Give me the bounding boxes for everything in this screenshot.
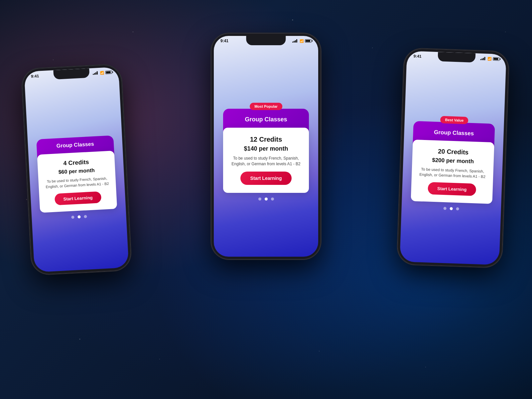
- phone-center-time: 9:41: [220, 39, 228, 43]
- phone-left-card-body: 4 Credits $60 per month To be used to st…: [37, 151, 117, 213]
- phone-right-description: To be used to study French, Spanish, Eng…: [417, 166, 488, 180]
- phone-left-credits: 4 Credits: [43, 158, 110, 168]
- dot-3: [84, 215, 87, 218]
- phone-right-badge: Best Value: [440, 116, 468, 124]
- phones-container: 9:41 📶 Gr: [0, 0, 532, 399]
- phone-center-card-title: Group Classes: [245, 116, 287, 123]
- phone-center-price: $140 per month: [229, 145, 303, 152]
- phone-right-status-icons: 📶: [480, 57, 499, 61]
- phone-left-price: $60 per month: [43, 167, 110, 176]
- dot-3: [456, 207, 459, 210]
- phone-center-description: To be used to study French, Spanish, Eng…: [229, 156, 303, 167]
- signal-icon: [93, 71, 98, 75]
- dot-1: [71, 215, 74, 218]
- phone-center-card-wrapper: Most Popular Group Classes 12 Credits $1…: [223, 109, 309, 193]
- phone-center-screen: 9:41 📶 Most Popular: [214, 36, 318, 257]
- phone-center-dots: [258, 198, 274, 200]
- phone-left: 9:41 📶 Gr: [21, 64, 132, 275]
- phone-right-start-button[interactable]: Start Learning: [428, 182, 476, 196]
- phone-center-content: Most Popular Group Classes 12 Credits $1…: [214, 53, 318, 257]
- phone-left-dots: [71, 215, 87, 218]
- phone-left-content: Group Classes 4 Credits $60 per month To…: [25, 83, 129, 272]
- dot-2: [77, 215, 80, 218]
- phone-left-time: 9:41: [31, 74, 39, 79]
- phone-left-screen: 9:41 📶 Gr: [24, 67, 129, 272]
- battery-icon: [305, 39, 312, 43]
- battery-icon: [493, 57, 499, 61]
- wifi-icon: 📶: [487, 57, 491, 61]
- phone-right-screen: 9:41 📶 Best Value: [400, 51, 506, 265]
- phone-right-card-wrapper: Best Value Group Classes 20 Credits $200…: [411, 121, 495, 204]
- phone-center-credits: 12 Credits: [229, 136, 303, 143]
- phone-left-start-button[interactable]: Start Learning: [55, 191, 102, 205]
- signal-icon: [480, 57, 485, 61]
- wifi-icon: 📶: [100, 71, 104, 75]
- phone-center-badge: Most Popular: [250, 103, 282, 110]
- phone-center-start-button[interactable]: Start Learning: [240, 172, 292, 185]
- dot-2: [265, 198, 268, 200]
- dot-1: [444, 207, 447, 210]
- phone-right-time: 9:41: [413, 54, 422, 59]
- phone-left-status-icons: 📶: [93, 70, 112, 75]
- dot-1: [258, 198, 261, 200]
- phone-left-description: To be used to study French, Spanish, Eng…: [44, 176, 111, 190]
- battery-icon: [105, 70, 112, 74]
- phone-right-credits: 20 Credits: [418, 147, 489, 157]
- phone-center-status-icons: 📶: [292, 39, 312, 43]
- phone-right: 9:41 📶 Best Value: [397, 48, 509, 268]
- wifi-icon: 📶: [300, 39, 304, 43]
- dot-3: [271, 198, 274, 200]
- phone-right-card-body: 20 Credits $200 per month To be used to …: [411, 140, 494, 204]
- phone-center: 9:41 📶 Most Popular: [211, 33, 321, 259]
- phone-right-price: $200 per month: [417, 156, 488, 165]
- phone-right-dots: [444, 207, 459, 210]
- phone-center-status-bar: 9:41 📶: [214, 39, 318, 43]
- phone-left-card-wrapper: Group Classes 4 Credits $60 per month To…: [36, 135, 117, 213]
- phone-right-card-title: Group Classes: [434, 129, 474, 137]
- signal-icon: [292, 39, 297, 43]
- phone-left-card-title: Group Classes: [56, 141, 94, 149]
- phone-right-content: Best Value Group Classes 20 Credits $200…: [400, 67, 506, 265]
- phone-center-card-body: 12 Credits $140 per month To be used to …: [223, 128, 309, 193]
- dot-2: [450, 207, 453, 210]
